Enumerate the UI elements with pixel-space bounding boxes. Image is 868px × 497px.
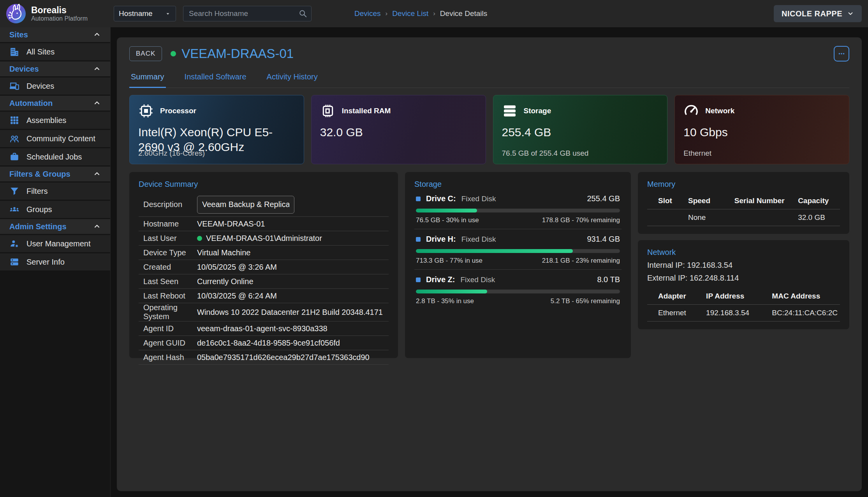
chevron-up-icon bbox=[93, 65, 101, 73]
breadcrumb: Devices › Device List › Device Details bbox=[354, 9, 487, 18]
stat-footer: Ethernet bbox=[683, 149, 711, 158]
search-icon[interactable] bbox=[299, 9, 307, 18]
right-column: Memory Slot Speed Serial Number Capacity bbox=[638, 172, 849, 329]
drive-name: Drive H: bbox=[426, 235, 456, 244]
sidebar-section-label: Devices bbox=[9, 65, 39, 74]
tab-activity-history[interactable]: Activity History bbox=[265, 69, 319, 88]
back-button[interactable]: BACK bbox=[129, 46, 162, 61]
device-title: VEEAM-DRAAS-01 bbox=[181, 46, 294, 61]
sidebar-item-community-content[interactable]: Community Content bbox=[0, 130, 110, 147]
stat-card-processor: Processor Intel(R) Xeon(R) CPU E5-2690 v… bbox=[129, 95, 304, 164]
tab-installed-software[interactable]: Installed Software bbox=[183, 69, 248, 88]
stat-label: Installed RAM bbox=[342, 107, 391, 115]
search-input[interactable] bbox=[189, 9, 299, 18]
sidebar-item-label: Community Content bbox=[26, 134, 95, 143]
devices-icon bbox=[9, 81, 19, 91]
speed-gauge-icon bbox=[683, 103, 699, 119]
table-row-agent-id: Agent ID veeam-draas-01-agent-svc-8930a3… bbox=[139, 321, 389, 336]
column-header: Serial Number bbox=[732, 193, 796, 209]
sidebar-item-label: Server Info bbox=[26, 258, 65, 267]
sidebar-item-scheduled-jobs[interactable]: Scheduled Jobs bbox=[0, 148, 110, 165]
sidebar-section-filters-groups[interactable]: Filters & Groups bbox=[0, 167, 110, 181]
row-value: Virtual Machine bbox=[197, 248, 250, 257]
row-value: Windows 10 2022 Datacenter 21H2 Build 20… bbox=[197, 308, 383, 317]
sidebar-item-filters[interactable]: Filters bbox=[0, 183, 110, 200]
description-input[interactable] bbox=[197, 196, 294, 214]
sidebar-item-groups[interactable]: Groups bbox=[0, 201, 110, 218]
sidebar-section-label: Admin Settings bbox=[9, 222, 67, 231]
more-actions-button[interactable] bbox=[834, 46, 849, 61]
stat-label: Network bbox=[705, 107, 734, 115]
table-row-last-reboot: Last Reboot 10/03/2025 @ 6:24 AM bbox=[139, 289, 389, 303]
network-adapters-table: Adapter IP Address MAC Address Ethernet … bbox=[647, 289, 840, 321]
sidebar-item-label: Assemblies bbox=[26, 116, 66, 125]
chevron-up-icon bbox=[93, 31, 101, 39]
sidebar-item-devices[interactable]: Devices bbox=[0, 77, 110, 95]
caret-down-icon bbox=[165, 11, 171, 17]
chevron-up-icon bbox=[93, 99, 101, 107]
brand-text: Borealis Automation Platform bbox=[31, 5, 88, 22]
grid-icon bbox=[9, 115, 19, 125]
stat-value: 255.4 GB bbox=[502, 125, 659, 140]
sidebar-section-devices[interactable]: Devices bbox=[0, 61, 110, 76]
row-label: Agent ID bbox=[139, 324, 197, 333]
sidebar-section-label: Sites bbox=[9, 30, 28, 39]
drive-bullet-icon bbox=[416, 197, 421, 201]
sidebar-section-sites[interactable]: Sites bbox=[0, 27, 110, 42]
tab-summary[interactable]: Summary bbox=[129, 69, 166, 88]
sidebar-item-label: Devices bbox=[26, 82, 54, 91]
row-label: Last User bbox=[139, 234, 197, 243]
stat-value: 10 Gbps bbox=[683, 125, 840, 140]
storage-panel: Storage Drive C: Fixed Disk 255.4 GB 76.… bbox=[405, 172, 631, 358]
sidebar-item-all-sites[interactable]: All Sites bbox=[0, 43, 110, 60]
search-field-select-value: Hostname bbox=[119, 9, 153, 18]
sidebar-section-label: Filters & Groups bbox=[9, 170, 70, 179]
groups-icon bbox=[9, 204, 19, 214]
panels-row: Device Summary Description Hostname VEEA… bbox=[129, 172, 849, 358]
sidebar-item-server-info[interactable]: Server Info bbox=[0, 253, 110, 270]
drive-name: Drive Z: bbox=[426, 275, 455, 284]
search-field-select[interactable]: Hostname bbox=[114, 6, 176, 21]
user-name: NICOLE RAPPE bbox=[782, 9, 842, 18]
row-value: 05ba0e7935171d626ecea29b27d7ae175363cd90 bbox=[197, 353, 370, 362]
column-header: IP Address bbox=[704, 289, 769, 305]
drive-usage-bar bbox=[416, 209, 620, 212]
breadcrumb-devices[interactable]: Devices bbox=[354, 9, 381, 18]
user-menu-button[interactable]: NICOLE RAPPE bbox=[774, 5, 862, 22]
sidebar-item-assemblies[interactable]: Assemblies bbox=[0, 112, 110, 129]
row-label: Hostname bbox=[139, 220, 197, 228]
drive-bullet-icon bbox=[416, 277, 421, 282]
stat-card-installed-ram: Installed RAM 32.0 GB bbox=[311, 95, 486, 164]
breadcrumb-device-list[interactable]: Device List bbox=[392, 9, 428, 18]
row-label: Device Type bbox=[139, 248, 197, 257]
borealis-rabbit-logo-icon bbox=[5, 3, 26, 24]
memory-table: Slot Speed Serial Number Capacity None bbox=[647, 193, 840, 226]
top-bar: Borealis Automation Platform Hostname De… bbox=[0, 0, 868, 27]
drive-name: Drive C: bbox=[426, 194, 456, 203]
row-label: Agent Hash bbox=[139, 353, 197, 362]
row-label: Agent GUID bbox=[139, 339, 197, 348]
user-gear-icon bbox=[9, 239, 19, 249]
sidebar: Sites All Sites Devices Devices bbox=[0, 27, 111, 497]
drive-remaining: 178.8 GB - 70% remaining bbox=[542, 216, 620, 224]
table-row: Ethernet 192.168.3.54 BC:24:11:CA:C6:2C bbox=[647, 305, 840, 321]
sidebar-item-user-management[interactable]: User Management bbox=[0, 235, 110, 252]
column-header: Adapter bbox=[647, 289, 704, 305]
device-tabs: Summary Installed Software Activity Hist… bbox=[129, 69, 849, 88]
panel-title: Network bbox=[647, 248, 840, 257]
device-summary-table: Description Hostname VEEAM-DRAAS-01 Last… bbox=[139, 193, 389, 365]
drive-remaining: 5.2 TB - 65% remaining bbox=[551, 297, 620, 305]
row-label: Operating System bbox=[139, 303, 197, 321]
row-label: Last Reboot bbox=[139, 292, 197, 300]
sidebar-section-label: Automation bbox=[9, 99, 53, 108]
sidebar-section-admin-settings[interactable]: Admin Settings bbox=[0, 219, 110, 234]
drive-type: Fixed Disk bbox=[461, 195, 496, 203]
sidebar-section-automation[interactable]: Automation bbox=[0, 96, 110, 111]
drive-usage-bar bbox=[416, 290, 620, 293]
stat-label: Processor bbox=[160, 107, 196, 115]
drive-type: Fixed Disk bbox=[461, 235, 496, 244]
row-value: 10/05/2025 @ 3:26 AM bbox=[197, 263, 277, 272]
storage-stack-icon bbox=[502, 103, 518, 119]
table-row-operating-system: Operating System Windows 10 2022 Datacen… bbox=[139, 303, 389, 321]
table-row-last-user: Last User VEEAM-DRAAS-01\Administrator bbox=[139, 231, 389, 246]
